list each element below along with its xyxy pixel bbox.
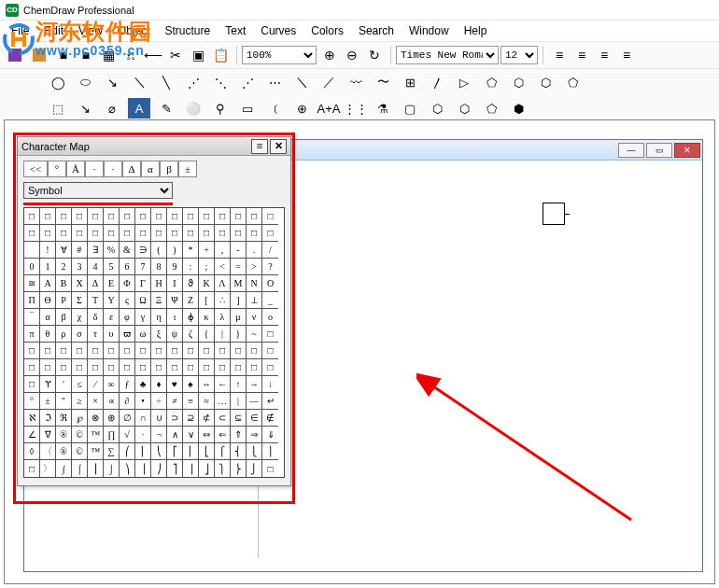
- bond-tool-15[interactable]: ▷: [453, 72, 475, 92]
- charmap-cell-13-8[interactable]: ¬: [151, 427, 167, 443]
- charmap-cell-8-14[interactable]: □: [247, 343, 262, 359]
- shape-tool-6[interactable]: ⚲: [209, 98, 232, 119]
- charmap-cell-1-6[interactable]: □: [120, 225, 135, 242]
- shape-tool-15[interactable]: ⬡: [453, 98, 475, 119]
- charmap-cell-5-4[interactable]: Τ: [88, 292, 104, 309]
- charmap-cell-1-13[interactable]: □: [231, 225, 247, 242]
- charmap-cell-15-15[interactable]: □: [262, 460, 278, 477]
- charmap-cell-2-4[interactable]: ∃: [88, 242, 104, 259]
- charmap-cell-2-9[interactable]: ): [167, 242, 183, 259]
- charmap-cell-6-1[interactable]: α: [40, 309, 56, 326]
- charmap-cell-1-2[interactable]: □: [56, 225, 72, 242]
- charmap-cell-0-15[interactable]: □: [262, 208, 278, 225]
- charmap-cell-8-15[interactable]: □: [262, 343, 278, 359]
- charmap-cell-13-2[interactable]: ®: [56, 427, 72, 443]
- charmap-cell-14-0[interactable]: ◊: [24, 443, 40, 460]
- charmap-cell-13-7[interactable]: ·: [135, 427, 151, 443]
- charmap-cell-5-11[interactable]: [: [199, 292, 215, 309]
- bond-tool-7[interactable]: ⋰: [236, 72, 259, 92]
- charmap-cell-14-7[interactable]: ⎜: [135, 443, 151, 460]
- charmap-cell-13-12[interactable]: ⇐: [215, 427, 231, 443]
- charmap-cell-3-0[interactable]: 0: [24, 259, 40, 275]
- charmap-cell-10-7[interactable]: ♣: [135, 376, 151, 393]
- charmap-cell-14-12[interactable]: ⎧: [215, 443, 231, 460]
- charmap-cell-10-14[interactable]: →: [247, 376, 262, 393]
- shape-tool-2[interactable]: ⌀: [101, 98, 123, 119]
- shape-tool-17[interactable]: ⬢: [507, 98, 529, 119]
- charmap-cell-14-1[interactable]: 〈: [40, 443, 56, 460]
- minimize-button[interactable]: —: [618, 143, 644, 158]
- zoom-btn-0[interactable]: ⊕: [318, 44, 341, 66]
- charmap-cell-3-3[interactable]: 3: [72, 259, 88, 275]
- bond-tool-3[interactable]: ＼: [128, 72, 150, 92]
- menu-structure[interactable]: Structure: [158, 22, 219, 39]
- charmap-cell-9-8[interactable]: □: [151, 359, 167, 376]
- shape-tool-10[interactable]: A+A: [317, 98, 340, 119]
- bond-tool-2[interactable]: ↘: [101, 72, 123, 92]
- shape-tool-13[interactable]: ▢: [399, 98, 421, 119]
- charmap-cell-6-5[interactable]: ε: [104, 309, 120, 326]
- menu-help[interactable]: Help: [457, 22, 495, 39]
- charmap-cell-10-1[interactable]: ϒ: [40, 376, 56, 393]
- toolbar-btn-1[interactable]: ■: [75, 44, 97, 66]
- charmap-cell-3-5[interactable]: 5: [104, 259, 120, 275]
- charmap-cell-10-15[interactable]: ↓: [262, 376, 278, 393]
- charmap-cell-10-10[interactable]: ♠: [183, 376, 199, 393]
- charmap-cell-10-13[interactable]: ↑: [231, 376, 247, 393]
- charmap-cell-12-4[interactable]: ⊗: [88, 410, 104, 427]
- charmap-cell-11-1[interactable]: ±: [40, 393, 56, 410]
- charmap-recent-4[interactable]: ·: [104, 161, 122, 177]
- close-button[interactable]: ✕: [674, 143, 700, 158]
- charmap-cell-4-4[interactable]: Δ: [88, 275, 104, 292]
- charmap-cell-0-6[interactable]: □: [120, 208, 135, 225]
- charmap-cell-9-7[interactable]: □: [135, 359, 151, 376]
- character-map-titlebar[interactable]: Character Map ≡ ✕: [18, 137, 290, 156]
- charmap-cell-3-1[interactable]: 1: [40, 259, 56, 275]
- menu-window[interactable]: Window: [402, 22, 457, 39]
- zoom-btn-1[interactable]: ⊖: [341, 44, 363, 66]
- shape-tool-0[interactable]: ⬚: [47, 98, 69, 119]
- bond-tool-12[interactable]: 〜: [372, 72, 394, 92]
- toolbar-btn-0[interactable]: ■: [52, 44, 75, 66]
- charmap-cell-10-9[interactable]: ♥: [167, 376, 183, 393]
- charmap-cell-7-14[interactable]: ~: [247, 326, 262, 343]
- charmap-cell-11-2[interactable]: ″: [56, 393, 72, 410]
- charmap-cell-15-3[interactable]: ⌠: [72, 460, 88, 477]
- charmap-cell-1-10[interactable]: □: [183, 225, 199, 242]
- charmap-cell-3-12[interactable]: <: [215, 259, 231, 275]
- charmap-cell-10-5[interactable]: ∞: [104, 376, 120, 393]
- charmap-cell-6-14[interactable]: ν: [247, 309, 262, 326]
- charmap-cell-1-7[interactable]: □: [135, 225, 151, 242]
- charmap-cell-13-0[interactable]: ∠: [24, 427, 40, 443]
- charmap-recent-5[interactable]: Δ: [122, 161, 141, 177]
- menu-text[interactable]: Text: [218, 22, 253, 39]
- charmap-cell-10-12[interactable]: ←: [215, 376, 231, 393]
- charmap-cell-8-4[interactable]: □: [88, 343, 104, 359]
- charmap-cell-2-8[interactable]: (: [151, 242, 167, 259]
- charmap-options-button[interactable]: ≡: [251, 139, 268, 154]
- charmap-cell-5-2[interactable]: Ρ: [56, 292, 72, 309]
- charmap-cell-11-8[interactable]: ÷: [151, 393, 167, 410]
- charmap-cell-7-1[interactable]: θ: [40, 326, 56, 343]
- charmap-cell-14-4[interactable]: ™: [88, 443, 104, 460]
- charmap-cell-14-13[interactable]: ⎨: [231, 443, 247, 460]
- charmap-cell-7-6[interactable]: ϖ: [120, 326, 135, 343]
- charmap-cell-1-0[interactable]: □: [24, 225, 40, 242]
- shape-tool-7[interactable]: ▭: [236, 98, 259, 119]
- bond-tool-16[interactable]: ⬠: [480, 72, 502, 92]
- charmap-cell-1-11[interactable]: □: [199, 225, 215, 242]
- charmap-cell-5-5[interactable]: Υ: [104, 292, 120, 309]
- charmap-cell-14-8[interactable]: ⎝: [151, 443, 167, 460]
- charmap-cell-0-9[interactable]: □: [167, 208, 183, 225]
- charmap-cell-6-6[interactable]: φ: [120, 309, 135, 326]
- charmap-cell-5-3[interactable]: Σ: [72, 292, 88, 309]
- charmap-cell-4-7[interactable]: Γ: [135, 275, 151, 292]
- charmap-cell-9-1[interactable]: □: [40, 359, 56, 376]
- bond-tool-11[interactable]: 〰: [345, 72, 367, 92]
- charmap-cell-12-3[interactable]: ℘: [72, 410, 88, 427]
- charmap-cell-14-10[interactable]: ⎢: [183, 443, 199, 460]
- charmap-cell-5-9[interactable]: Ψ: [167, 292, 183, 309]
- charmap-cell-15-4[interactable]: ⎮: [88, 460, 104, 477]
- charmap-cell-7-12[interactable]: |: [215, 326, 231, 343]
- menu-search[interactable]: Search: [351, 22, 402, 39]
